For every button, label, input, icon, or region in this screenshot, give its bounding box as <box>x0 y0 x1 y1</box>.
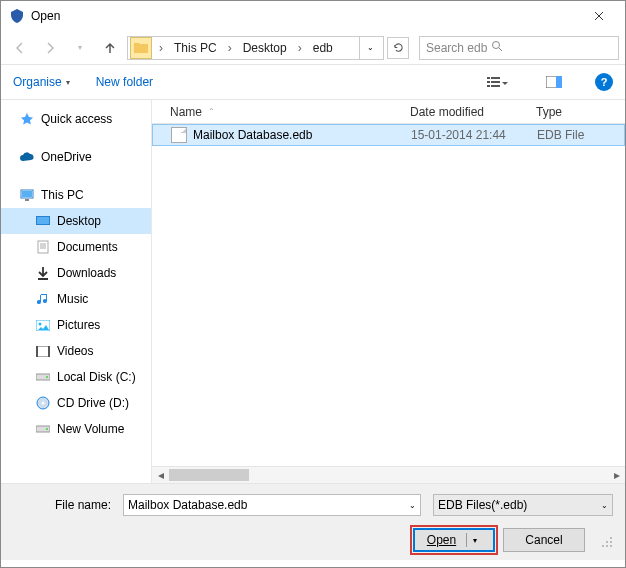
svg-rect-19 <box>48 346 50 357</box>
file-icon <box>171 127 187 143</box>
svg-rect-13 <box>37 217 49 224</box>
resize-grip[interactable] <box>597 532 613 548</box>
column-headers[interactable]: Name⌃ Date modified Type <box>152 100 625 124</box>
new-folder-button[interactable]: New folder <box>96 75 153 89</box>
window-title: Open <box>31 9 576 23</box>
address-dropdown[interactable]: ⌄ <box>359 37 381 59</box>
search-icon <box>487 40 503 55</box>
address-bar[interactable]: › This PC › Desktop › edb ⌄ <box>127 36 384 60</box>
open-button[interactable]: Open ▾ <box>413 528 495 552</box>
column-name[interactable]: Name⌃ <box>152 105 400 119</box>
svg-rect-11 <box>25 199 29 201</box>
sidebar-item-documents[interactable]: Documents <box>1 234 151 260</box>
horizontal-scrollbar[interactable]: ◂ ▸ <box>152 466 625 483</box>
svg-point-29 <box>610 545 612 547</box>
svg-rect-10 <box>22 191 32 197</box>
svg-rect-14 <box>38 241 48 253</box>
main-area: Quick access OneDrive This PC Desktop Do… <box>1 99 625 483</box>
view-options-button[interactable] <box>483 71 513 93</box>
sidebar-item-videos[interactable]: Videos <box>1 338 151 364</box>
search-placeholder: Search edb <box>426 41 487 55</box>
recent-button[interactable]: ▾ <box>67 35 93 61</box>
organise-menu[interactable]: Organise▾ <box>13 75 70 89</box>
sidebar-item-quick-access[interactable]: Quick access <box>1 106 151 132</box>
svg-point-28 <box>606 541 608 543</box>
search-input[interactable]: Search edb <box>419 36 619 60</box>
navigation-bar: ▾ › This PC › Desktop › edb ⌄ Search edb <box>1 31 625 65</box>
scroll-right[interactable]: ▸ <box>608 467 625 483</box>
sidebar-item-pictures[interactable]: Pictures <box>1 312 151 338</box>
crumb-edb[interactable]: edb <box>309 37 337 59</box>
app-icon <box>9 8 25 24</box>
folder-icon <box>130 37 152 59</box>
svg-point-16 <box>39 322 42 325</box>
scroll-left[interactable]: ◂ <box>152 467 169 483</box>
sidebar-item-local-disk[interactable]: Local Disk (C:) <box>1 364 151 390</box>
column-type[interactable]: Type <box>526 105 625 119</box>
sidebar-item-this-pc[interactable]: This PC <box>1 182 151 208</box>
crumb-desktop[interactable]: Desktop <box>239 37 291 59</box>
filename-label: File name: <box>13 498 117 512</box>
file-date: 15-01-2014 21:44 <box>401 128 527 142</box>
svg-rect-4 <box>491 81 500 83</box>
chevron-right-icon[interactable]: › <box>156 41 166 55</box>
scroll-thumb[interactable] <box>169 469 249 481</box>
column-date[interactable]: Date modified <box>400 105 526 119</box>
svg-point-21 <box>46 376 48 378</box>
file-row[interactable]: Mailbox Database.edb 15-01-2014 21:44 ED… <box>152 124 625 146</box>
sidebar-item-desktop[interactable]: Desktop <box>1 208 151 234</box>
sidebar-item-new-volume[interactable]: New Volume <box>1 416 151 442</box>
help-button[interactable]: ? <box>595 73 613 91</box>
file-list-area: Name⌃ Date modified Type Mailbox Databas… <box>151 100 625 483</box>
svg-point-23 <box>42 402 45 405</box>
forward-button[interactable] <box>37 35 63 61</box>
svg-point-0 <box>493 42 500 49</box>
svg-point-26 <box>610 537 612 539</box>
svg-rect-1 <box>487 77 490 79</box>
footer: File name: Mailbox Database.edb ⌄ EDB Fi… <box>1 483 625 560</box>
preview-pane-button[interactable] <box>539 71 569 93</box>
sidebar-item-onedrive[interactable]: OneDrive <box>1 144 151 170</box>
filename-input[interactable]: Mailbox Database.edb ⌄ <box>123 494 421 516</box>
title-bar: Open <box>1 1 625 31</box>
command-bar: Organise▾ New folder ? <box>1 65 625 99</box>
svg-rect-17 <box>36 346 50 357</box>
close-button[interactable] <box>576 2 621 30</box>
back-button[interactable] <box>7 35 33 61</box>
chevron-down-icon[interactable]: ⌄ <box>409 501 416 510</box>
sidebar-item-cd-drive[interactable]: CD Drive (D:) <box>1 390 151 416</box>
file-name: Mailbox Database.edb <box>193 128 312 142</box>
svg-rect-5 <box>487 85 490 87</box>
cancel-button[interactable]: Cancel <box>503 528 585 552</box>
svg-point-31 <box>602 545 604 547</box>
up-button[interactable] <box>97 35 123 61</box>
svg-rect-6 <box>491 85 500 87</box>
filetype-select[interactable]: EDB Files(*.edb) ⌄ <box>433 494 613 516</box>
svg-rect-3 <box>487 81 490 83</box>
chevron-down-icon[interactable]: ⌄ <box>601 501 608 510</box>
chevron-right-icon[interactable]: › <box>225 41 235 55</box>
file-list[interactable]: Mailbox Database.edb 15-01-2014 21:44 ED… <box>152 124 625 466</box>
sidebar-item-music[interactable]: Music <box>1 286 151 312</box>
file-type: EDB File <box>527 128 624 142</box>
svg-rect-18 <box>36 346 38 357</box>
svg-point-25 <box>46 428 48 430</box>
svg-rect-8 <box>556 76 562 88</box>
navigation-tree[interactable]: Quick access OneDrive This PC Desktop Do… <box>1 100 151 483</box>
svg-point-30 <box>606 545 608 547</box>
refresh-button[interactable] <box>387 37 409 59</box>
chevron-right-icon[interactable]: › <box>295 41 305 55</box>
chevron-down-icon[interactable]: ▾ <box>469 536 481 545</box>
sidebar-item-downloads[interactable]: Downloads <box>1 260 151 286</box>
svg-rect-2 <box>491 77 500 79</box>
crumb-this-pc[interactable]: This PC <box>170 37 221 59</box>
svg-point-27 <box>610 541 612 543</box>
